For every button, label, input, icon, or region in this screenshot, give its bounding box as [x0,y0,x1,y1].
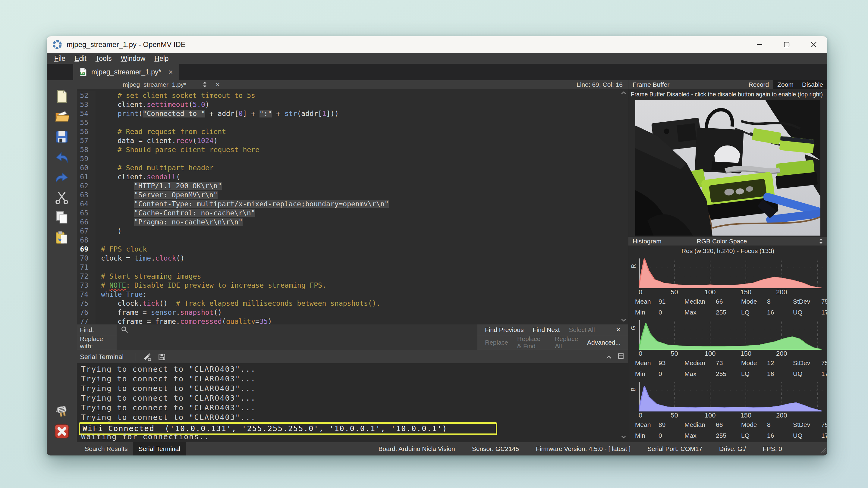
code-line-57[interactable]: 57data = client.recv(1024) [77,136,628,145]
code-line-53[interactable]: 53client.settimeout(5.0) [77,100,628,109]
code-line-77[interactable]: 77cframe = frame.compressed(quality=35) [77,317,628,324]
code-line-69[interactable]: 69# FPS clock [77,245,628,254]
editor-scroll-up-icon[interactable] [621,90,626,96]
find-input[interactable] [117,324,477,335]
code-line-67[interactable]: 67) [77,227,628,235]
collapse-panel-icon[interactable] [606,353,612,361]
code-line-64[interactable]: 64"Content-Type: multipart/x-mixed-repla… [77,199,628,208]
openmv-ide-window: mjpeg_streamer_1.py - OpenMV IDE FileEdi… [47,36,827,455]
undo-icon[interactable] [54,149,70,165]
menu-item-tools[interactable]: Tools [91,55,116,63]
bottom-tab-search-results[interactable]: Search Results [79,442,133,455]
menu-item-window[interactable]: Window [116,55,150,63]
terminal-line: Trying to connect to "CLARO403"... [81,384,628,393]
code-line-59[interactable]: 59 [77,154,628,163]
code-text: # NOTE: Disable IDE preview to increase … [96,281,327,290]
replace-input[interactable] [117,335,477,350]
tab-mjpeg-streamer[interactable]: PY mjpeg_streamer_1.py* × [73,64,179,80]
find-close-icon[interactable]: × [612,325,624,334]
save-icon[interactable] [54,129,70,144]
maximize-button[interactable] [777,38,796,51]
terminal-line: WiFi Connected ('10.0.0.131', '255.255.2… [81,422,628,432]
paste-icon[interactable] [54,230,70,246]
line-number: 72 [77,272,96,281]
close-button[interactable] [804,38,823,51]
code-line-68[interactable]: 68 [77,235,628,245]
replace-find-button: Replace & Find [513,335,550,350]
disable-button[interactable]: Disable [798,80,827,89]
open-folder-icon[interactable] [54,109,70,124]
histogram-chart-g [639,320,823,350]
tab-bar: PY mjpeg_streamer_1.py* × [47,64,827,80]
code-line-75[interactable]: 75clock.tick() # Track elapsed milliseco… [77,299,628,308]
cut-icon[interactable] [54,190,70,205]
code-text: "Server: OpenMV\r\n" [96,190,218,199]
clear-terminal-icon[interactable] [143,352,152,361]
serial-terminal-output[interactable]: Trying to connect to "CLARO403"...Trying… [77,363,628,442]
code-line-60[interactable]: 60# Send multipart header [77,163,628,172]
tab-close-icon[interactable]: × [168,67,173,77]
menu-item-help[interactable]: Help [150,55,173,63]
expand-panel-icon[interactable] [618,353,624,361]
status-item: Board: Arduino Nicla Vision [378,445,455,452]
menu-item-file[interactable]: File [50,55,70,63]
line-number: 75 [77,299,96,308]
code-text: # Send multipart header [96,163,214,172]
code-line-52[interactable]: 52# set client socket timeout to 5s [77,91,628,100]
zoom-button[interactable]: Zoom [773,80,798,89]
redo-icon[interactable] [54,169,70,185]
code-line-70[interactable]: 70clock = time.clock() [77,254,628,263]
code-line-61[interactable]: 61client.sendall( [77,172,628,181]
code-line-76[interactable]: 76frame = sensor.snapshot() [77,308,628,317]
new-file-icon[interactable] [54,89,70,104]
status-item: Drive: G:/ [719,445,746,452]
minimize-button[interactable] [750,38,769,51]
document-close-icon[interactable]: × [216,80,220,89]
frame-buffer-status: Frame Buffer Disabled - click the disabl… [628,89,827,99]
plug-icon[interactable] [54,403,70,419]
find-next-button[interactable]: Find Next [529,326,564,333]
document-selector[interactable]: mjpeg_streamer_1.py* [123,81,186,88]
line-number: 74 [77,290,96,299]
menu-item-edit[interactable]: Edit [70,55,91,63]
code-text: # set client socket timeout to 5s [96,91,255,100]
line-number: 73 [77,281,96,290]
save-terminal-icon[interactable] [158,353,166,361]
search-icon[interactable] [120,325,129,334]
code-line-56[interactable]: 56# Read request from client [77,127,628,136]
resize-grip[interactable] [819,447,826,454]
color-space-select[interactable]: RGB Color Space [628,238,815,245]
code-line-66[interactable]: 66"Pragma: no-cache\r\n\r\n" [77,218,628,227]
document-updown-icon[interactable] [203,81,207,88]
code-line-71[interactable]: 71 [77,263,628,272]
color-space-updown-icon[interactable] [819,238,823,245]
code-line-73[interactable]: 73# NOTE: Disable IDE preview to increas… [77,281,628,290]
code-text [96,118,118,127]
line-number: 55 [77,118,96,127]
code-line-62[interactable]: 62"HTTP/1.1 200 OK\r\n" [77,181,628,190]
advanced-button[interactable]: Advanced... [583,339,624,346]
title-bar: mjpeg_streamer_1.py - OpenMV IDE [47,36,827,53]
copy-icon[interactable] [54,210,70,225]
code-line-58[interactable]: 58# Should parse client request here [77,145,628,154]
editor-scroll-down-icon[interactable] [621,318,626,323]
record-button[interactable]: Record [744,80,773,89]
code-line-65[interactable]: 65"Cache-Control: no-cache\r\n" [77,208,628,218]
find-previous-button[interactable]: Find Previous [481,326,527,333]
histogram-axis: 050100150200 [639,412,823,419]
histogram-chart-r [639,258,823,288]
code-editor[interactable]: 52# set client socket timeout to 5s53cli… [77,89,628,324]
code-text: # Should parse client request here [96,145,259,154]
histogram-axis: 050100150200 [639,350,823,358]
code-line-54[interactable]: 54print("Connected to " + addr[0] + ":" … [77,109,628,118]
terminal-line: Trying to connect to "CLARO403"... [81,364,628,374]
code-line-55[interactable]: 55 [77,118,628,127]
code-line-72[interactable]: 72# Start streaming images [77,272,628,281]
stop-icon[interactable] [54,424,70,439]
code-line-74[interactable]: 74while True: [77,290,628,299]
terminal-scroll-down-icon[interactable] [621,432,626,441]
bottom-tab-serial-terminal[interactable]: Serial Terminal [133,442,186,455]
code-line-63[interactable]: 63"Server: OpenMV\r\n" [77,190,628,199]
terminal-line: Trying to connect to "CLARO403"... [81,403,628,413]
line-number: 60 [77,163,96,172]
